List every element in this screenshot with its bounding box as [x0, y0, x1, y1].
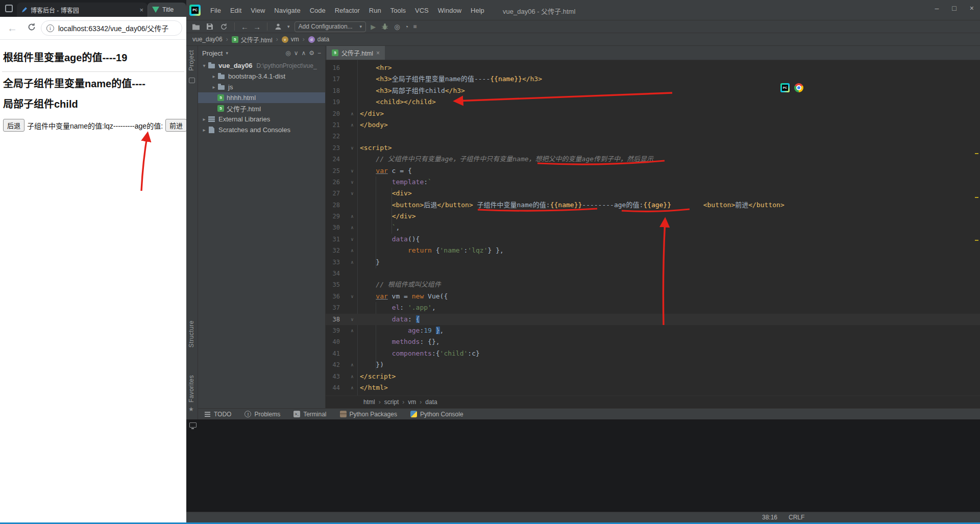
chevron-collapsed-icon[interactable]: ▸ — [201, 127, 208, 133]
builtin-preview-icon[interactable] — [780, 83, 790, 92]
editor-line-36[interactable]: 36∨ var vm = new Vue({ — [326, 291, 980, 302]
editor-line-28[interactable]: 28 <button>后退</button> 子组件中变量name的值:{{na… — [326, 199, 980, 211]
line-ending-indicator[interactable]: CRLF — [789, 514, 804, 521]
fold-marker-icon[interactable]: ∧ — [348, 211, 356, 222]
close-icon[interactable]: × — [970, 4, 974, 12]
refresh-icon[interactable] — [28, 23, 36, 33]
menu-vcs[interactable]: VCS — [410, 5, 433, 16]
toolwindow-terminal[interactable]: Terminal — [293, 411, 326, 418]
browser-tab-blog[interactable]: 博客后台 - 博客园 × — [17, 3, 148, 17]
tree-item-父传子.html[interactable]: 父传子.html — [198, 103, 325, 114]
open-folder-icon[interactable] — [191, 22, 201, 31]
fold-marker-icon[interactable]: ∧ — [348, 382, 356, 393]
breadcrumb-html[interactable]: html — [362, 398, 376, 406]
fold-marker-icon[interactable]: ∨ — [348, 188, 356, 199]
fold-marker-icon[interactable]: ∧ — [348, 359, 356, 370]
editor-line-31[interactable]: 31∨ data(){ — [326, 234, 980, 245]
fold-marker-icon[interactable]: ∧ — [348, 257, 356, 268]
address-bar[interactable]: i localhost:63342/vue_day06/父传子 — [41, 20, 182, 36]
toolwindow-python-console[interactable]: Python Console — [410, 411, 463, 418]
warning-stripe-mark[interactable] — [975, 240, 978, 241]
chevron-expanded-icon[interactable]: ▾ — [201, 63, 208, 68]
editor-tab-active[interactable]: 5 父传子.html × — [327, 46, 385, 60]
toolwindow-problems[interactable]: Problems — [244, 411, 280, 418]
menu-navigate[interactable]: Navigate — [270, 5, 305, 16]
chevron-collapsed-icon[interactable]: ▸ — [210, 73, 217, 79]
tree-item-External Libraries[interactable]: ▸External Libraries — [198, 114, 325, 124]
breadcrumb-vm[interactable]: vvm — [281, 36, 300, 43]
maximize-icon[interactable]: □ — [952, 4, 956, 12]
menu-tools[interactable]: Tools — [386, 5, 410, 16]
chrome-preview-icon[interactable] — [794, 83, 803, 92]
editor-line-21[interactable]: 21∧</body> — [326, 119, 980, 131]
forward-button[interactable]: 前进 — [165, 119, 186, 132]
menu-window[interactable]: Window — [433, 5, 466, 16]
editor-line-19[interactable]: 19 <child></child> — [326, 96, 980, 108]
tree-item-hhhh.html[interactable]: hhhh.html — [198, 92, 325, 103]
browser-tab-active[interactable]: Title — [148, 3, 186, 17]
back-arrow-icon[interactable]: ← — [7, 22, 17, 34]
tree-item-Scratches and Consoles[interactable]: ▸Scratches and Consoles — [198, 124, 325, 135]
editor-line-26[interactable]: 26∨ template:` — [326, 177, 980, 188]
editor-line-23[interactable]: 23∨<script> — [326, 142, 980, 154]
editor-line-44[interactable]: 44∧</html> — [326, 382, 980, 393]
user-icon[interactable] — [274, 22, 283, 31]
stop-button[interactable]: ■ — [413, 23, 416, 30]
editor-line-34[interactable]: 34 — [326, 268, 980, 279]
tree-item-vue_day06[interactable]: ▾vue_day06D:\pythonProject\vue_ — [198, 60, 325, 71]
run-configuration-select[interactable]: Add Configuration... ▾ — [295, 21, 366, 32]
back-button[interactable]: 后退 — [3, 119, 24, 132]
editor-line-25[interactable]: 25∨ var c = { — [326, 165, 980, 177]
fold-marker-icon[interactable]: ∧ — [348, 119, 356, 131]
menu-view[interactable]: View — [246, 5, 270, 16]
chevron-down-icon[interactable]: ▾ — [287, 24, 290, 29]
navigate-forward-icon[interactable]: → — [253, 22, 261, 31]
editor-line-41[interactable]: 41 components:{'child':c} — [326, 348, 980, 359]
run-button[interactable]: ▶ — [371, 23, 376, 31]
editor-line-40[interactable]: 40 methods: {}, — [326, 336, 980, 347]
editor-line-27[interactable]: 27∨ <div> — [326, 188, 980, 199]
fold-marker-icon[interactable]: ∨ — [348, 234, 356, 245]
minimize-icon[interactable]: – — [935, 4, 939, 12]
editor-line-39[interactable]: 39∧ age:19 }, — [326, 325, 980, 336]
breadcrumb-data[interactable]: ddata — [307, 36, 330, 43]
editor-line-22[interactable]: 22 — [326, 131, 980, 142]
warning-stripe-mark[interactable] — [975, 197, 978, 198]
profiler-icon[interactable]: ◔ — [404, 23, 408, 31]
menu-file[interactable]: File — [206, 5, 226, 16]
coverage-icon[interactable]: ◎ — [394, 23, 400, 31]
editor-line-32[interactable]: 32∧ return {'name':'lqz'} }, — [326, 245, 980, 256]
chevron-collapsed-icon[interactable]: ▸ — [201, 116, 208, 122]
toolwindow-python-packages[interactable]: Python Packages — [340, 411, 397, 418]
editor-line-24[interactable]: 24 // 父组件中只有变量age，子组件中只有变量name，想把父中的变量ag… — [326, 154, 980, 165]
editor-line-37[interactable]: 37 el: '.app', — [326, 302, 980, 313]
menu-refactor[interactable]: Refactor — [330, 5, 364, 16]
code-editor[interactable]: 16 <hr>17 <h3>全局子组件里变量name的值----{{name}}… — [326, 60, 980, 395]
fold-marker-icon[interactable]: ∨ — [348, 291, 356, 302]
debug-bug-icon[interactable] — [380, 22, 389, 31]
page-info-icon[interactable]: i — [46, 24, 54, 32]
browser-window-icon[interactable] — [5, 5, 13, 12]
chevron-collapsed-icon[interactable]: ▸ — [210, 84, 217, 90]
stripe-favorites-button[interactable]: Favorites — [188, 375, 195, 403]
hide-panel-icon[interactable]: − — [317, 49, 321, 57]
editor-line-38[interactable]: 38∨ data: { — [326, 314, 980, 325]
editor-line-17[interactable]: 17 <h3>全局子组件里变量name的值----{{name}}</h3> — [326, 73, 980, 85]
collapse-all-icon[interactable]: ∧ — [301, 49, 306, 57]
chevron-down-icon[interactable]: ▾ — [226, 51, 228, 56]
fold-marker-icon[interactable]: ∨ — [348, 314, 356, 325]
fold-marker-icon[interactable]: ∨ — [348, 142, 356, 154]
breadcrumb-file[interactable]: 5父传子.html — [231, 35, 274, 44]
warning-stripe-mark[interactable] — [975, 153, 978, 154]
fold-marker-icon[interactable]: ∧ — [348, 245, 356, 256]
breadcrumb-vm[interactable]: vm — [407, 398, 417, 406]
breadcrumb-data[interactable]: data — [424, 398, 438, 406]
editor-line-20[interactable]: 20∧</div> — [326, 108, 980, 119]
editor-line-42[interactable]: 42∧ }) — [326, 359, 980, 370]
tree-item-bootstrap-3.4.1-dist[interactable]: ▸bootstrap-3.4.1-dist — [198, 71, 325, 82]
stripe-project-button[interactable]: Project — [188, 50, 195, 71]
menu-help[interactable]: Help — [466, 5, 489, 16]
menu-code[interactable]: Code — [305, 5, 330, 16]
stripe-structure-button[interactable]: Structure — [188, 320, 195, 347]
tree-item-js[interactable]: ▸js — [198, 82, 325, 92]
